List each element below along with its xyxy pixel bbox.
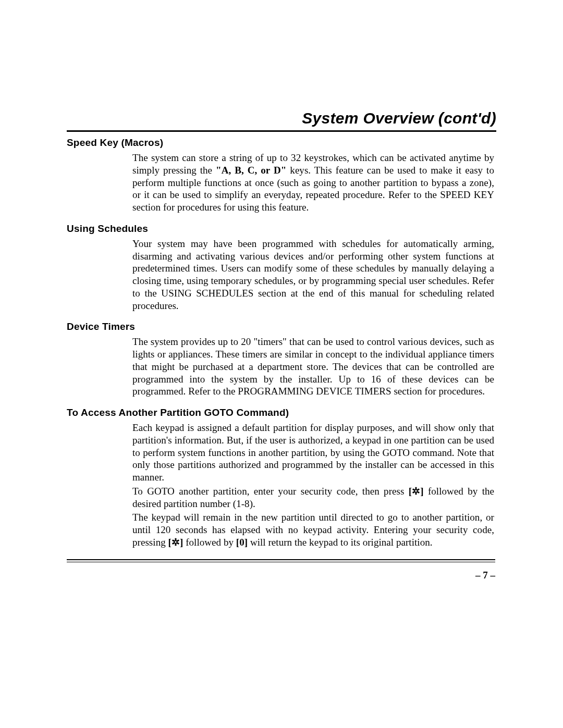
section-heading-using-schedules: Using Schedules (67, 223, 495, 235)
section-heading-device-timers: Device Timers (67, 321, 495, 332)
text-segment: followed by (183, 537, 236, 548)
footer-rule-top (67, 559, 495, 560)
page-number: – 7 – (67, 570, 495, 581)
title-rule (67, 130, 496, 132)
section-heading-speed-key: Speed Key (Macros) (67, 137, 495, 149)
text-segment-bold: [0] (236, 537, 248, 548)
document-page: System Overview (cont'd) Speed Key (Macr… (0, 0, 563, 728)
paragraph: The system can store a string of up to 3… (132, 152, 494, 214)
text-segment-bold: [✲] (168, 537, 183, 548)
text-segment-bold: [✲] (409, 486, 424, 497)
footer-rule-bottom (67, 562, 495, 562)
body-speed-key: The system can store a string of up to 3… (132, 152, 494, 214)
paragraph: The keypad will remain in the new partit… (132, 511, 494, 548)
text-segment: will return the keypad to its original p… (248, 537, 432, 548)
text-segment-bold: "A, B, C, or D" (216, 165, 286, 176)
section-heading-goto: To Access Another Partition GOTO Command… (67, 407, 495, 418)
content-area: Speed Key (Macros) The system can store … (67, 137, 496, 581)
paragraph: Each keypad is assigned a default partit… (132, 422, 494, 484)
body-using-schedules: Your system may have been programmed wit… (132, 238, 494, 312)
body-device-timers: The system provides up to 20 "timers" th… (132, 336, 494, 398)
paragraph: Your system may have been programmed wit… (132, 238, 494, 312)
text-segment: To GOTO another partition, enter your se… (132, 486, 409, 497)
paragraph: The system provides up to 20 "timers" th… (132, 336, 494, 398)
paragraph: To GOTO another partition, enter your se… (132, 485, 494, 510)
body-goto: Each keypad is assigned a default partit… (132, 422, 494, 549)
page-title: System Overview (cont'd) (67, 109, 496, 127)
